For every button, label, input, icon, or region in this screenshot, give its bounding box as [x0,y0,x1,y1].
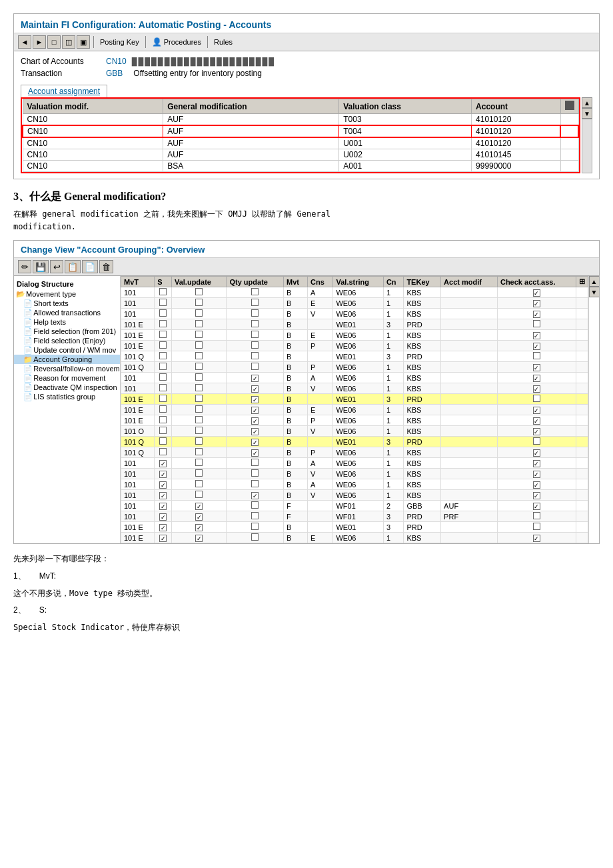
big-cell-8-check [497,373,576,383]
checkbox-checked [159,503,167,510]
nav-last-button[interactable]: ▣ [77,35,90,49]
scroll-down-button[interactable]: ▼ [582,108,592,119]
big-cell-7-scroll [576,362,588,373]
big-scroll-down[interactable]: ▼ [589,287,600,297]
tree-item[interactable]: 📂Movement type [14,289,120,299]
big-cell-6-2 [171,351,227,362]
big-cell-15-0: 101 Q [121,447,155,458]
nav-first-button[interactable]: □ [47,35,61,49]
rules-label[interactable]: Rules [211,38,235,46]
nav-back-button[interactable]: ◄ [18,35,31,49]
toolbar-sep-1 [93,36,94,48]
big-table-row: 101 QBPWE061KBS [121,447,588,458]
tree-item[interactable]: 📄Field selection (from 201) [14,327,120,336]
big-cell-7-2 [171,362,227,373]
big-cell-1-5: E [308,298,333,309]
tree-item[interactable]: 📁Account Grouping [14,355,120,364]
tree-item[interactable]: 📄Update control / WM mov [14,345,120,355]
big-cell-8-0: 101 [121,373,155,383]
checkbox-unchecked [195,299,203,306]
big-cell-2-check [497,309,576,319]
bottom-tool-copy2[interactable]: 📄 [82,260,98,273]
checkbox-checked [251,407,259,414]
big-cell-5-9 [441,341,498,351]
dialog-structure-header: Dialog Structure [14,279,120,289]
tree-item[interactable]: 📄Help texts [14,317,120,327]
checkbox-checked [533,300,540,307]
nav-forward-button[interactable]: ► [33,35,46,49]
col-tekey: TEKey [404,277,441,287]
big-cell-16-2 [171,458,227,469]
bottom-tool-copy1[interactable]: 📋 [65,260,81,273]
tree-item[interactable]: 📄Allowed transactions [14,308,120,317]
col-general-modification: General modification [163,99,339,114]
nav-prev-button[interactable]: ◫ [62,35,75,49]
file-icon: 📄 [24,327,32,335]
big-cell-8-2 [171,373,227,383]
big-cell-10-3 [227,394,284,405]
tree-item[interactable]: 📄LIS statistics group [14,392,120,401]
big-cell-13-check [497,426,576,437]
checkbox-unchecked [533,352,540,359]
big-cell-14-scroll [576,437,588,447]
bottom-tool-save[interactable]: 💾 [33,260,49,273]
checkbox-checked [159,513,167,521]
big-cell-12-2 [171,415,227,426]
big-cell-10-0: 101 E [121,394,155,405]
bottom-tool-edit[interactable]: ✏ [18,260,31,273]
account-cell-0-extra [560,114,578,126]
big-cell-7-3 [227,362,284,373]
big-cell-17-scroll [576,469,588,479]
big-cell-11-5: E [308,405,333,415]
mvt-item: 1、 MvT: [13,569,600,584]
big-cell-14-9 [441,437,498,447]
big-cell-10-5 [308,394,333,405]
checkbox-unchecked [251,501,259,509]
tree-item[interactable]: 📄Deactivate QM inspection [14,383,120,392]
tree-item[interactable]: 📄Field selection (Enjoy) [14,336,120,345]
big-cell-18-scroll [576,479,588,490]
big-cell-12-3 [227,415,284,426]
scroll-up-button[interactable]: ▲ [582,97,592,108]
checkbox-unchecked [195,405,203,413]
tree-item[interactable]: 📄Short texts [14,299,120,308]
big-cell-19-scroll [576,490,588,501]
checkbox-checked [159,524,167,531]
checkbox-unchecked [195,373,203,381]
checkbox-unchecked [195,363,203,370]
big-scroll-up[interactable]: ▲ [589,276,600,287]
big-cell-18-4: B [284,479,308,490]
account-cell-1-1: AUF [163,125,339,137]
account-cell-1-0: CN10 [23,125,163,137]
file-icon: 📄 [24,365,32,373]
checkbox-checked [159,492,167,499]
posting-key-label[interactable]: Posting Key [97,38,142,46]
big-cell-5-7: 1 [383,341,404,351]
account-cell-0-3: 41010120 [472,114,560,126]
big-cell-9-scroll [576,383,588,394]
tree-item[interactable]: 📄Reason for movement [14,373,120,383]
bottom-tool-copy3[interactable]: 🗑 [99,260,113,273]
top-sap-window: Maintain FI Configuration: Automatic Pos… [13,13,600,179]
account-cell-0-2: T003 [339,114,472,126]
big-cell-5-5: P [308,341,333,351]
big-cell-17-8: KBS [404,469,441,479]
tree-item[interactable]: 📄Reversal/follow-on movem [14,364,120,373]
checkbox-unchecked [251,480,259,487]
col-icon [560,99,578,114]
big-cell-0-6: WE06 [333,287,383,298]
checkbox-unchecked [159,373,167,381]
big-cell-6-8: PRD [404,351,441,362]
bottom-toolbar: ✏ 💾 ↩ 📋 📄 🗑 [14,258,599,276]
big-cell-13-1 [155,426,172,437]
big-cell-3-check [497,319,576,330]
procedures-label[interactable]: 👤 Procedures [149,37,204,47]
account-assignment-tab[interactable]: Account assignment [21,85,107,97]
col-acct-modif: Acct modif [441,277,498,287]
big-cell-10-check [497,394,576,405]
big-cell-0-check [497,287,576,298]
big-cell-6-5 [308,351,333,362]
bottom-tool-undo[interactable]: ↩ [50,260,63,273]
big-cell-13-scroll [576,426,588,437]
big-cell-11-1 [155,405,172,415]
